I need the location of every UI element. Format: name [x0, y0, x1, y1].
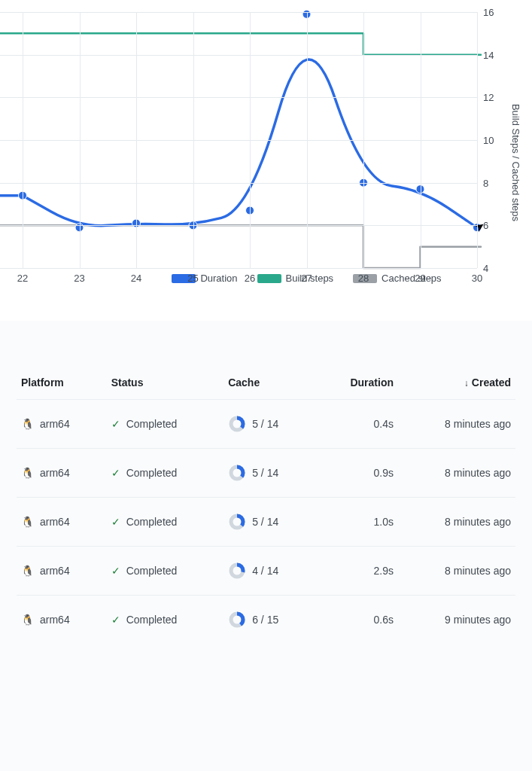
- table-row[interactable]: 🐧 arm64 ✓ Completed 4 / 14 2.9s8 minutes…: [17, 547, 515, 596]
- sort-descending-icon: ↓: [464, 378, 469, 389]
- check-icon: ✓: [111, 516, 120, 528]
- legend-label: Duration: [200, 273, 237, 284]
- x-tick-label: 24: [131, 273, 141, 284]
- col-duration-header[interactable]: Duration: [316, 366, 398, 400]
- cache-donut-icon: [228, 611, 246, 629]
- y-tick-label: 6: [483, 220, 488, 231]
- duration-cell: 1.0s: [316, 498, 398, 547]
- col-cache-header[interactable]: Cache: [223, 366, 316, 400]
- builds-table: Platform Status Cache Duration ↓Created …: [17, 366, 515, 644]
- check-icon: ✓: [111, 565, 120, 577]
- cache-label: 5 / 14: [252, 516, 278, 528]
- check-icon: ✓: [111, 614, 120, 626]
- y-tick-label: 4: [483, 263, 488, 274]
- duration-cell: 2.9s: [316, 547, 398, 596]
- linux-icon: 🐧: [21, 614, 34, 626]
- linux-icon: 🐧: [21, 516, 34, 528]
- chart-area: ➤ 46810121416222324252627282930 Build St…: [0, 12, 532, 313]
- status-label: Completed: [126, 614, 178, 626]
- cache-donut-icon: [228, 513, 246, 531]
- x-tick-label: 29: [415, 273, 425, 284]
- created-cell: 9 minutes ago: [398, 596, 515, 645]
- duration-cell: 0.9s: [316, 449, 398, 498]
- linux-icon: 🐧: [21, 565, 34, 577]
- x-tick-label: 27: [301, 273, 312, 284]
- y-tick-label: 14: [483, 49, 494, 60]
- status-label: Completed: [126, 516, 178, 528]
- y-axis-title: Build Steps / Cached steps: [509, 104, 521, 221]
- cache-donut-icon: [228, 415, 246, 433]
- table-row[interactable]: 🐧 arm64 ✓ Completed 6 / 15 0.6s9 minutes…: [17, 596, 515, 645]
- platform-label: arm64: [40, 467, 70, 479]
- check-icon: ✓: [111, 467, 120, 479]
- created-cell: 8 minutes ago: [398, 400, 515, 449]
- col-platform-header[interactable]: Platform: [17, 366, 107, 400]
- status-label: Completed: [126, 467, 178, 479]
- cache-label: 6 / 15: [252, 614, 278, 626]
- duration-cell: 0.6s: [316, 596, 398, 645]
- col-created-label: Created: [472, 376, 511, 389]
- legend-build-steps[interactable]: Build steps: [257, 273, 334, 284]
- legend-duration[interactable]: Duration: [172, 273, 237, 284]
- cache-donut-icon: [228, 464, 246, 482]
- table-row[interactable]: 🐧 arm64 ✓ Completed 5 / 14 1.0s8 minutes…: [17, 498, 515, 547]
- col-created-header[interactable]: ↓Created: [398, 366, 515, 400]
- status-label: Completed: [126, 418, 178, 430]
- linux-icon: 🐧: [21, 418, 34, 430]
- y-tick-label: 12: [483, 92, 494, 103]
- x-tick-label: 25: [187, 273, 198, 284]
- build-steps-swatch: [257, 274, 281, 283]
- created-cell: 8 minutes ago: [398, 498, 515, 547]
- check-icon: ✓: [111, 418, 120, 430]
- platform-label: arm64: [40, 565, 70, 577]
- y-tick-label: 8: [483, 177, 488, 188]
- platform-label: arm64: [40, 418, 70, 430]
- created-cell: 8 minutes ago: [398, 547, 515, 596]
- x-tick-label: 30: [472, 273, 482, 284]
- chart-panel: ➤ 46810121416222324252627282930 Build St…: [0, 0, 532, 321]
- chart-plot[interactable]: ➤ 46810121416222324252627282930: [0, 12, 478, 268]
- table-row[interactable]: 🐧 arm64 ✓ Completed 5 / 14 0.9s8 minutes…: [17, 449, 515, 498]
- created-cell: 8 minutes ago: [398, 449, 515, 498]
- cache-label: 5 / 14: [252, 467, 278, 479]
- cache-label: 4 / 14: [252, 565, 278, 577]
- x-tick-label: 28: [358, 273, 369, 284]
- duration-cell: 0.4s: [316, 400, 398, 449]
- col-status-header[interactable]: Status: [107, 366, 224, 400]
- table-row[interactable]: 🐧 arm64 ✓ Completed 5 / 14 0.4s8 minutes…: [17, 400, 515, 449]
- linux-icon: 🐧: [21, 467, 34, 479]
- y-tick-label: 10: [483, 135, 494, 146]
- cache-donut-icon: [228, 562, 246, 580]
- x-tick-label: 22: [17, 273, 28, 284]
- x-tick-label: 26: [245, 273, 255, 284]
- y-tick-label: 16: [483, 7, 494, 18]
- table-panel: Platform Status Cache Duration ↓Created …: [0, 321, 532, 663]
- table-header-row: Platform Status Cache Duration ↓Created: [17, 366, 515, 400]
- cache-label: 5 / 14: [252, 418, 278, 430]
- platform-label: arm64: [40, 614, 70, 626]
- platform-label: arm64: [40, 516, 70, 528]
- legend-label: Cached steps: [382, 273, 442, 284]
- status-label: Completed: [126, 565, 178, 577]
- x-tick-label: 23: [74, 273, 84, 284]
